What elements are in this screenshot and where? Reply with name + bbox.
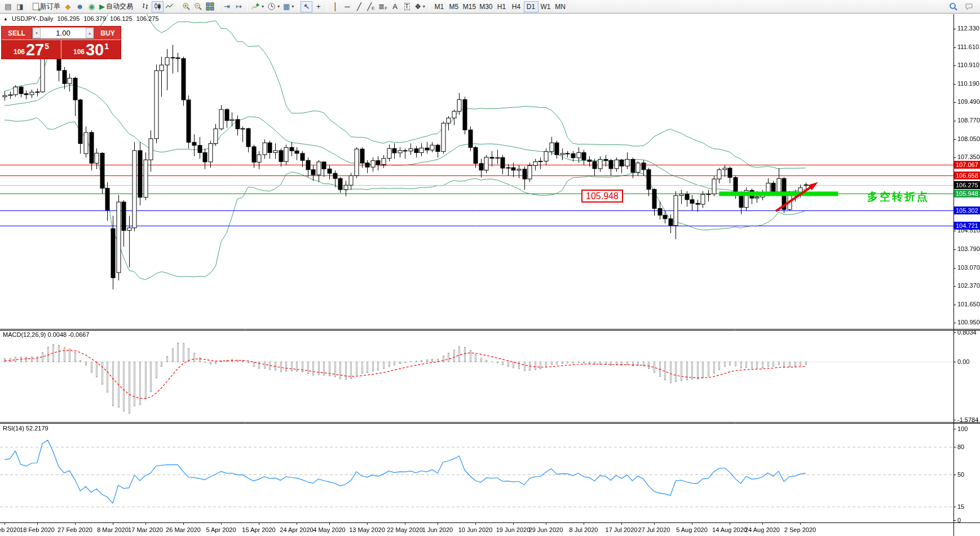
collapse-panel-icon[interactable]: ▲ [3, 16, 8, 21]
zoom-out-icon [194, 2, 202, 11]
chevron-down-icon[interactable]: ▾ [277, 4, 280, 9]
line-chart-button[interactable] [164, 1, 175, 12]
candlestick-chart-button[interactable] [152, 1, 164, 12]
volume-input[interactable] [41, 28, 86, 38]
timeframe-m30-button[interactable]: M30 [478, 1, 494, 12]
search-button[interactable] [947, 1, 960, 12]
date-tick: 17 Jul 2020 [606, 526, 638, 533]
vertical-line-button[interactable]: │ [329, 1, 341, 12]
chart-canvas[interactable] [0, 0, 980, 536]
chevron-down-icon[interactable]: ▾ [423, 4, 425, 9]
chart-profiles-icon[interactable]: ◨ [14, 1, 26, 12]
text-glyph: A [392, 3, 398, 10]
chart-shift-glyph: ↦ [236, 3, 242, 10]
toolbar-separator [429, 2, 430, 12]
fibonacci-button[interactable]: ≣F [377, 1, 389, 12]
horizontal-line-button[interactable]: ─ [341, 1, 353, 12]
metaeditor-icon[interactable]: ◆ [62, 1, 74, 12]
charts-window-icon[interactable]: ▤ [2, 1, 14, 12]
autoscroll-button[interactable]: ⇥ [221, 1, 233, 12]
equidistant-channel-glyph: ╱ [367, 3, 372, 10]
window-group: ▤◨ [2, 0, 26, 14]
chart-shift-button[interactable]: ↦ [233, 1, 245, 12]
toolbar-right-group [947, 1, 978, 12]
main-toolbar: ▤◨新订单◆☻◉▶自动交易⇥↦▾▾▦▾↖+│─╱╱E≣FAT❖▾M1M5M15M… [0, 0, 980, 14]
price-tick: 112.330 [957, 25, 979, 32]
line-chart-icon [165, 2, 174, 11]
buy-price-fraction: 1 [104, 42, 109, 51]
text-button[interactable]: A [389, 1, 401, 12]
timeframe-group: M1M5M15M30H1H4D1W1MN [432, 0, 568, 14]
sell-price[interactable]: 106 27 5 [2, 40, 61, 59]
price-tick: 108.770 [957, 117, 980, 124]
timeframe-m5-button[interactable]: M5 [447, 1, 461, 12]
timeframe-mn-button[interactable]: MN [553, 1, 568, 12]
timeframe-m1-button[interactable]: M1 [432, 1, 447, 12]
sell-price-big-figure: 106 [14, 48, 25, 56]
timeframe-w1-button[interactable]: W1 [538, 1, 553, 12]
volume-decrease-button[interactable]: ▾ [33, 28, 41, 38]
indicators-button[interactable]: ▾ [250, 1, 266, 12]
toolbar-separator [326, 2, 327, 12]
date-tick: 19 Jun 2020 [496, 526, 531, 533]
buy-price-big-figure: 106 [73, 48, 85, 56]
templates-button[interactable]: ▦▾ [281, 1, 295, 12]
rsi-tick: 0 [957, 517, 961, 524]
trade-group: 新订单◆☻◉▶自动交易 [31, 0, 135, 14]
buy-button[interactable]: BUY [95, 27, 121, 39]
signals-icon-glyph: ◉ [89, 3, 95, 10]
text-label-button[interactable]: T [401, 1, 413, 12]
tile-windows-icon [206, 2, 214, 11]
price-badge: 105.302 [954, 207, 980, 214]
tile-windows-button[interactable] [204, 1, 216, 12]
zoom-in-button[interactable] [180, 1, 192, 12]
price-tick: 103.070 [957, 264, 980, 271]
mql5-community-icon[interactable]: ☻ [74, 1, 86, 12]
zoom-out-button[interactable] [192, 1, 204, 12]
price-tick: 110.910 [957, 61, 979, 68]
search-icon [949, 2, 958, 11]
chevron-down-icon[interactable]: ▾ [292, 4, 294, 9]
timeframe-h4-button[interactable]: H4 [509, 1, 524, 12]
timeframe-m5-button-label: M5 [449, 3, 458, 11]
new-order-button[interactable]: 新订单 [31, 1, 62, 12]
bar-chart-button[interactable] [140, 1, 152, 12]
buy-price[interactable]: 106 30 1 [61, 40, 121, 59]
timeframe-w1-button-label: W1 [541, 3, 551, 11]
timeframe-h1-button[interactable]: H1 [495, 1, 509, 12]
price-tick: 102.370 [957, 282, 980, 289]
periods-button[interactable]: ▾ [266, 1, 281, 12]
arrows-button[interactable]: ❖▾ [413, 1, 427, 12]
date-tick: 18 Feb 2020 [20, 526, 55, 533]
timeframe-m15-button[interactable]: M15 [461, 1, 478, 12]
autotrading-button[interactable]: ▶自动交易 [98, 1, 135, 12]
signals-icon[interactable]: ◉ [86, 1, 98, 12]
sell-price-fraction: 5 [45, 42, 49, 51]
toolbar-separator [247, 2, 248, 12]
chevron-down-icon[interactable]: ▾ [262, 4, 264, 9]
chat-button[interactable] [963, 1, 975, 12]
autotrading-glyph: ▶ [99, 3, 105, 10]
candlestick-chart-icon [153, 2, 162, 11]
date-tick: 8 Jul 2020 [570, 526, 598, 533]
equidistant-channel-button[interactable]: ╱E [365, 1, 377, 12]
close-value: 106.275 [136, 15, 159, 22]
insert-group: ▾▾▦▾ [250, 0, 295, 14]
crosshair-glyph: + [316, 3, 321, 10]
price-badge: 105.948 [954, 190, 980, 197]
zoom-in-icon [182, 2, 191, 11]
trendline-glyph: ╱ [357, 3, 361, 10]
cursor-button[interactable]: ↖ [301, 1, 312, 12]
crosshair-button[interactable]: + [312, 1, 324, 12]
mql5-community-icon-glyph: ☻ [76, 3, 84, 10]
timeframe-d1-button[interactable]: D1 [524, 1, 538, 12]
trading-terminal-window: ▤◨新订单◆☻◉▶自动交易⇥↦▾▾▦▾↖+│─╱╱E≣FAT❖▾M1M5M15M… [0, 0, 980, 536]
trendline-button[interactable]: ╱ [353, 1, 365, 12]
sell-button[interactable]: SELL [2, 27, 32, 39]
volume-increase-button[interactable]: ▴ [86, 28, 94, 38]
high-value: 106.379 [83, 15, 106, 22]
date-tick: 2 Sep 2020 [784, 526, 816, 533]
chart-type-group [140, 0, 175, 14]
toolbar-separator [28, 2, 29, 12]
date-tick: 27 Feb 2020 [58, 526, 92, 533]
